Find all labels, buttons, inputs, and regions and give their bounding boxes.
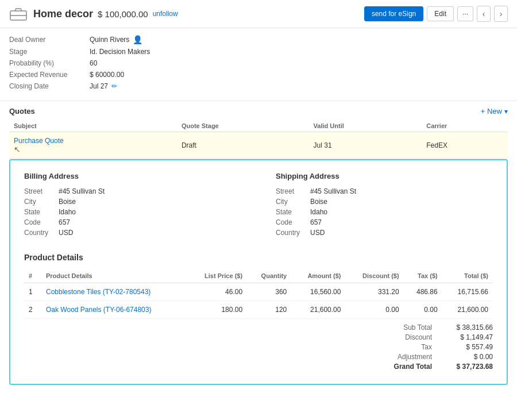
quote-panel: Billing Address Street #45 Sullivan St C… <box>9 159 508 385</box>
product-row-2: 2 Oak Wood Panels (TY-06-674803) 180.00 … <box>24 301 493 319</box>
tax-total-label: Tax <box>372 343 441 351</box>
billing-street-value: #45 Sullivan St <box>59 187 105 195</box>
product-discount-2: 0.00 <box>345 301 403 319</box>
col-tax: Tax ($) <box>404 269 442 283</box>
product-link-2[interactable]: Oak Wood Panels (TY-06-674803) <box>46 306 151 314</box>
discount-total-label: Discount <box>372 333 441 341</box>
adjustment-value: $ 0.00 <box>441 353 493 361</box>
billing-country-label: Country <box>24 229 59 237</box>
billing-address-title: Billing Address <box>24 172 241 180</box>
product-amount-1: 16,560.00 <box>291 283 345 301</box>
prev-button[interactable]: ‹ <box>477 6 491 22</box>
adjustment-label: Adjustment <box>372 353 441 361</box>
product-row-1: 1 Cobblestone Tiles (TY-02-780543) 46.00… <box>24 283 493 301</box>
edit-button[interactable]: Edit <box>427 6 454 21</box>
product-num-2: 2 <box>24 301 41 319</box>
shipping-code-row: Code 657 <box>276 218 493 226</box>
billing-state-row: State Idaho <box>24 208 241 216</box>
billing-city-row: City Boise <box>24 198 241 206</box>
subtotal-label: Sub Total <box>372 323 441 332</box>
shipping-country-value: USD <box>310 229 325 237</box>
shipping-street-row: Street #45 Sullivan St <box>276 187 493 195</box>
col-discount: Discount ($) <box>345 269 403 283</box>
deal-owner-label: Deal Owner <box>9 36 90 44</box>
product-table: # Product Details List Price ($) Quantit… <box>24 269 493 319</box>
closing-date-value: Jul 27 ✏ <box>90 82 117 90</box>
user-icon: 👤 <box>133 35 142 44</box>
stage-row: Stage Id. Decision Makers <box>9 48 508 56</box>
deal-header: Home decor $ 100,000.00 unfollow send fo… <box>0 0 517 28</box>
billing-code-value: 657 <box>59 218 70 226</box>
unfollow-link[interactable]: unfollow <box>153 10 178 18</box>
product-list-price-1: 46.00 <box>187 283 247 301</box>
billing-state-label: State <box>24 208 59 216</box>
quote-subject[interactable]: Purchase Quote ↖ <box>9 132 177 159</box>
deal-info: Deal Owner Quinn Rivers 👤 Stage Id. Deci… <box>0 28 517 101</box>
quotes-header: Quotes + New ▾ <box>9 107 508 115</box>
deal-owner-value: Quinn Rivers 👤 <box>90 35 142 44</box>
quotes-section: Quotes + New ▾ Subject Quote Stage Valid… <box>0 101 517 400</box>
billing-street-label: Street <box>24 187 59 195</box>
deal-title: Home decor <box>33 8 93 20</box>
col-amount: Amount ($) <box>291 269 345 283</box>
shipping-city-row: City Boise <box>276 198 493 206</box>
col-carrier: Carrier <box>422 120 508 132</box>
closing-date-row: Closing Date Jul 27 ✏ <box>9 82 508 90</box>
billing-city-value: Boise <box>59 198 76 206</box>
product-name-2[interactable]: Oak Wood Panels (TY-06-674803) <box>41 301 187 319</box>
deal-owner-row: Deal Owner Quinn Rivers 👤 <box>9 35 508 44</box>
quote-row[interactable]: Purchase Quote ↖ Draft Jul 31 FedEX <box>9 132 508 159</box>
discount-row: Discount $ 1,149.47 <box>24 333 493 341</box>
product-link-1[interactable]: Cobblestone Tiles (TY-02-780543) <box>46 288 151 296</box>
billing-code-row: Code 657 <box>24 218 241 226</box>
deal-icon <box>9 6 28 21</box>
billing-country-value: USD <box>59 229 73 237</box>
shipping-city-label: City <box>276 198 310 206</box>
send-for-esign-button[interactable]: send for eSign <box>364 6 423 21</box>
expected-revenue-value: $ 60000.00 <box>90 71 124 79</box>
tax-row: Tax $ 557.49 <box>24 343 493 351</box>
billing-state-value: Idaho <box>59 208 76 216</box>
product-quantity-1: 360 <box>247 283 291 301</box>
quote-stage: Draft <box>177 132 309 159</box>
edit-date-icon[interactable]: ✏ <box>111 82 117 90</box>
shipping-street-value: #45 Sullivan St <box>310 187 356 195</box>
shipping-code-value: 657 <box>310 218 322 226</box>
chevron-down-icon[interactable]: ▾ <box>504 107 508 115</box>
probability-label: Probability (%) <box>9 59 90 67</box>
product-discount-1: 331.20 <box>345 283 403 301</box>
col-subject: Subject <box>9 120 177 132</box>
new-btn-area: + New ▾ <box>481 107 508 115</box>
adjustment-row: Adjustment $ 0.00 <box>24 353 493 361</box>
shipping-state-label: State <box>276 208 310 216</box>
billing-street-row: Street #45 Sullivan St <box>24 187 241 195</box>
product-section: Product Details # Product Details List P… <box>24 253 493 371</box>
shipping-street-label: Street <box>276 187 310 195</box>
shipping-country-label: Country <box>276 229 310 237</box>
product-num-1: 1 <box>24 283 41 301</box>
header-actions: send for eSign Edit ··· ‹ › <box>364 6 508 22</box>
quote-valid-until: Jul 31 <box>309 132 422 159</box>
deal-amount: $ 100,000.00 <box>98 9 148 19</box>
product-tax-1: 486.86 <box>404 283 442 301</box>
probability-row: Probability (%) 60 <box>9 59 508 67</box>
stage-label: Stage <box>9 48 90 56</box>
next-button[interactable]: › <box>494 6 508 22</box>
subtotal-row: Sub Total $ 38,315.66 <box>24 323 493 332</box>
product-list-price-2: 180.00 <box>187 301 247 319</box>
col-total: Total ($) <box>442 269 493 283</box>
col-quantity: Quantity <box>247 269 291 283</box>
billing-city-label: City <box>24 198 59 206</box>
purchase-quote-link[interactable]: Purchase Quote <box>14 137 64 145</box>
quotes-title: Quotes <box>9 107 35 115</box>
new-quote-button[interactable]: + New <box>481 107 502 115</box>
stage-value: Id. Decision Makers <box>90 48 150 56</box>
expected-revenue-label: Expected Revenue <box>9 71 90 79</box>
shipping-address-title: Shipping Address <box>276 172 493 180</box>
product-name-1[interactable]: Cobblestone Tiles (TY-02-780543) <box>41 283 187 301</box>
billing-code-label: Code <box>24 218 59 226</box>
quote-carrier: FedEX <box>422 132 508 159</box>
closing-date-label: Closing Date <box>9 82 90 90</box>
shipping-address-block: Shipping Address Street #45 Sullivan St … <box>276 172 493 239</box>
more-button[interactable]: ··· <box>457 6 473 21</box>
